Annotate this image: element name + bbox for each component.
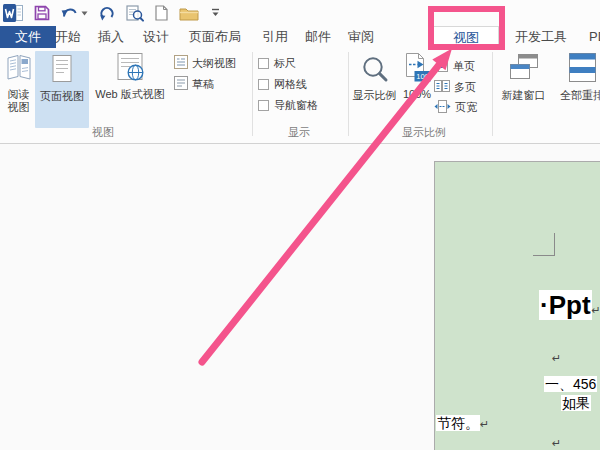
redo-icon[interactable] xyxy=(99,6,115,21)
document-heading-line: ·Ppt↵ xyxy=(539,290,600,326)
zoom-100-icon: 100 xyxy=(403,52,431,85)
group-separator xyxy=(252,52,253,136)
ruler-checkbox[interactable] xyxy=(258,58,269,69)
ruler-label: 标尺 xyxy=(274,56,296,71)
word-logo-icon xyxy=(3,4,23,22)
document-workspace: ·Ppt↵ ↵ 一、456 如果 节符。↵ ↵ xyxy=(0,144,600,450)
tab-mailings[interactable]: 邮件 xyxy=(305,27,331,47)
paragraph-mark: ↵ xyxy=(592,304,600,316)
word-window: 文件 开始 插入 设计 页面布局 引用 邮件 审阅 视图 开发工具 PD 阅读 xyxy=(0,0,600,450)
web-layout-label: Web 版式视图 xyxy=(95,88,164,101)
multiple-pages-label: 多页 xyxy=(454,80,476,95)
view-group-label: 视图 xyxy=(92,125,114,140)
page-width-label: 页宽 xyxy=(455,100,477,115)
new-window-button[interactable]: 新建窗口 xyxy=(497,51,550,102)
navigation-pane-checkbox[interactable] xyxy=(258,100,269,111)
zoom-button[interactable]: 显示比例 xyxy=(351,52,398,102)
outline-view-icon xyxy=(174,55,188,71)
tab-review[interactable]: 审阅 xyxy=(348,27,374,47)
outline-view-button[interactable]: 大纲视图 xyxy=(174,55,236,71)
show-group-label: 显示 xyxy=(288,125,310,140)
margin-crop-mark xyxy=(533,255,555,256)
group-separator xyxy=(348,52,349,136)
group-separator xyxy=(492,52,493,136)
multiple-pages-icon xyxy=(434,79,450,95)
read-mode-button[interactable]: 阅读 视图 xyxy=(2,51,35,114)
tab-design[interactable]: 设计 xyxy=(143,27,169,47)
paragraph-mark: ↵ xyxy=(480,418,489,430)
page-width-icon xyxy=(434,100,451,115)
quick-access-toolbar xyxy=(3,2,221,24)
tab-references[interactable]: 引用 xyxy=(262,27,288,47)
undo-dropdown-icon xyxy=(81,11,88,16)
read-mode-label-line1: 阅读 xyxy=(8,88,30,101)
draft-view-icon xyxy=(174,76,188,92)
new-window-icon xyxy=(506,51,542,86)
undo-icon[interactable] xyxy=(61,6,88,20)
document-text: 如果 xyxy=(561,395,591,411)
navigation-pane-label: 导航窗格 xyxy=(274,98,318,113)
gridlines-checkbox[interactable] xyxy=(258,79,269,90)
multiple-pages-button[interactable]: 多页 xyxy=(434,79,476,95)
zoom-label: 显示比例 xyxy=(353,89,397,102)
document-page[interactable]: ·Ppt↵ ↵ 一、456 如果 节符。↵ ↵ xyxy=(434,161,600,450)
navigation-pane-checkbox-row[interactable]: 导航窗格 xyxy=(258,98,318,113)
paragraph-mark: ↵ xyxy=(552,352,561,365)
zoom-100-button[interactable]: 100 100% xyxy=(398,52,436,101)
one-page-button[interactable]: 单页 xyxy=(437,58,475,74)
document-text-line: 一、456 xyxy=(544,376,597,393)
document-text: 节符。 xyxy=(436,415,480,431)
draft-view-button[interactable]: 草稿 xyxy=(174,76,214,92)
gridlines-label: 网格线 xyxy=(274,77,307,92)
read-mode-label-line2: 视图 xyxy=(8,101,30,114)
page-width-button[interactable]: 页宽 xyxy=(434,100,477,115)
web-layout-icon xyxy=(115,51,145,85)
title-bar xyxy=(0,0,600,26)
document-text: 一、456 xyxy=(544,376,597,392)
arrange-all-button[interactable]: 全部重排 xyxy=(552,51,600,102)
margin-crop-mark xyxy=(554,233,555,256)
tab-developer[interactable]: 开发工具 xyxy=(515,27,567,47)
arrange-all-icon xyxy=(567,51,597,86)
document-text-line: 如果 xyxy=(561,395,591,412)
print-layout-label: 页面视图 xyxy=(40,90,84,103)
one-page-label: 单页 xyxy=(453,59,475,74)
web-layout-button[interactable]: Web 版式视图 xyxy=(90,51,170,101)
one-page-icon xyxy=(437,58,449,74)
tab-page-layout[interactable]: 页面布局 xyxy=(189,27,241,47)
tab-home[interactable]: 开始 xyxy=(55,27,81,47)
tab-file[interactable]: 文件 xyxy=(0,26,56,48)
ruler-checkbox-row[interactable]: 标尺 xyxy=(258,56,296,71)
document-heading: ·Ppt xyxy=(539,290,592,320)
print-layout-icon xyxy=(49,53,75,87)
customize-quick-access-icon[interactable] xyxy=(210,8,221,18)
open-folder-icon[interactable] xyxy=(179,6,199,21)
gridlines-checkbox-row[interactable]: 网格线 xyxy=(258,77,307,92)
new-document-icon[interactable] xyxy=(155,5,168,21)
zoom-100-label: 100% xyxy=(403,88,431,101)
save-icon[interactable] xyxy=(34,5,50,21)
draft-view-label: 草稿 xyxy=(192,77,214,92)
ribbon-tab-row: 文件 开始 插入 设计 页面布局 引用 邮件 审阅 视图 开发工具 PD xyxy=(0,26,600,49)
arrange-all-label: 全部重排 xyxy=(560,89,600,102)
print-layout-button[interactable]: 页面视图 xyxy=(35,51,89,128)
paragraph-mark: ↵ xyxy=(552,437,561,450)
highlight-rectangle xyxy=(428,6,505,50)
tab-insert[interactable]: 插入 xyxy=(98,27,124,47)
tab-pdf[interactable]: PD xyxy=(589,27,600,47)
zoom-magnifier-icon xyxy=(361,55,389,86)
new-window-label: 新建窗口 xyxy=(502,89,546,102)
zoom-100-badge: 100 xyxy=(416,72,429,81)
document-text-line: 节符。↵ xyxy=(436,415,489,433)
ribbon: 阅读 视图 页面视图 Web 版式视图 xyxy=(0,48,600,144)
print-preview-icon[interactable] xyxy=(126,5,144,22)
read-mode-icon xyxy=(5,51,33,85)
zoom-group-label: 显示比例 xyxy=(402,125,446,140)
outline-view-label: 大纲视图 xyxy=(192,56,236,71)
